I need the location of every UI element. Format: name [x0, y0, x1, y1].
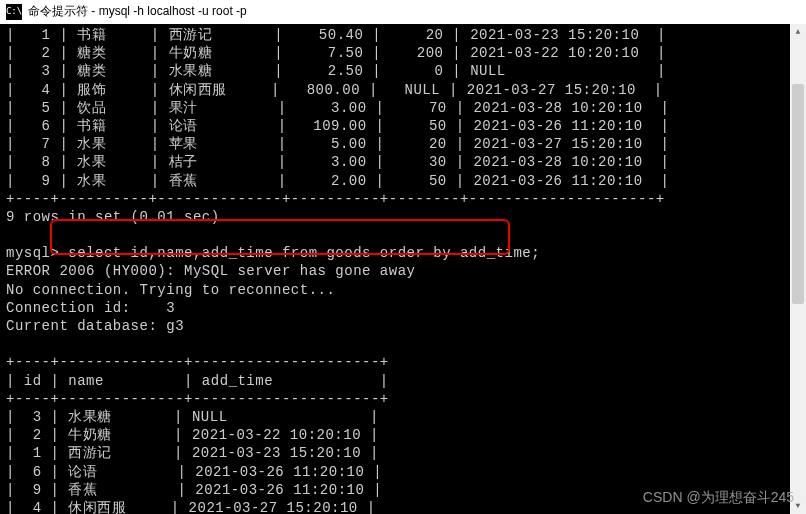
- terminal-output[interactable]: | 1 | 书籍 | 西游记 | 50.40 | 20 | 2021-03-23…: [0, 24, 806, 514]
- cmd-icon: C:\: [6, 4, 22, 20]
- watermark-text: CSDN @为理想奋斗245: [643, 488, 794, 506]
- window-title-bar: C:\ 命令提示符 - mysql -h localhost -u root -…: [0, 0, 806, 24]
- vertical-scrollbar[interactable]: ▲ ▼: [790, 24, 806, 514]
- window-title: 命令提示符 - mysql -h localhost -u root -p: [28, 4, 247, 20]
- scroll-thumb[interactable]: [792, 84, 804, 304]
- scroll-up-arrow[interactable]: ▲: [790, 24, 806, 40]
